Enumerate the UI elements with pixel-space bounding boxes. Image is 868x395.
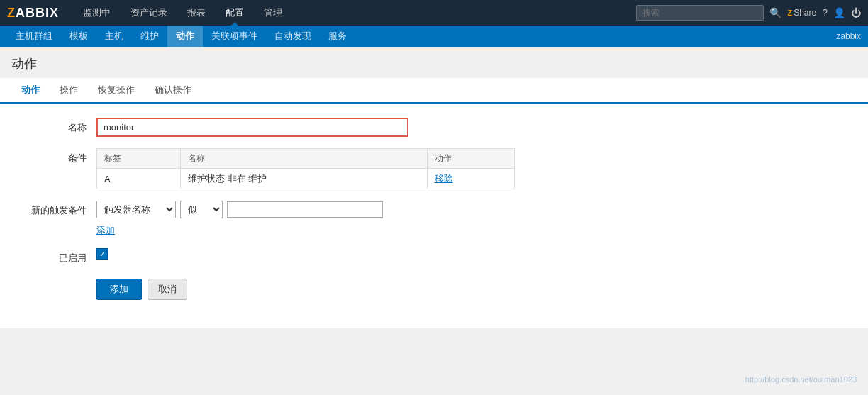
action-buttons-row: 添加 取消 (11, 276, 857, 300)
page-title: 动作 (0, 47, 868, 78)
tab-acknowledge[interactable]: 确认操作 (145, 78, 201, 104)
name-row: 名称 (11, 118, 857, 137)
conditions-table: 标签 名称 动作 A 维护状态 非在 维护 移除 (96, 148, 515, 189)
tab-actions[interactable]: 动作 (11, 78, 50, 104)
new-trigger-row: 新的触发条件 触发器名称 触发器优先级 主机 主机群组 似 不似 等于 (11, 201, 857, 237)
top-navbar: ZABBIX 监测中 资产记录 报表 配置 管理 🔍 Z Share ? 👤 ⏻ (0, 0, 868, 26)
checkmark-icon: ✓ (99, 250, 106, 259)
add-condition-link[interactable]: 添加 (96, 225, 115, 235)
name-input[interactable] (96, 118, 408, 137)
tab-recovery[interactable]: 恢复操作 (88, 78, 145, 104)
subnav-host-groups[interactable]: 主机群组 (7, 26, 61, 47)
enabled-checkbox-wrapper: ✓ (96, 248, 857, 260)
table-row: A 维护状态 非在 维护 移除 (97, 169, 515, 189)
enabled-row: 已启用 ✓ (11, 248, 857, 265)
nav-monitor[interactable]: 监测中 (73, 0, 121, 26)
buttons-spacer (11, 276, 96, 279)
subnav-hosts[interactable]: 主机 (96, 26, 132, 47)
submit-button[interactable]: 添加 (96, 279, 142, 300)
tab-bar: 动作 操作 恢复操作 确认操作 (0, 78, 868, 104)
trigger-controls: 触发器名称 触发器优先级 主机 主机群组 似 不似 等于 (96, 201, 857, 218)
subnav-discovery[interactable]: 自动发现 (266, 26, 320, 47)
tab-operations[interactable]: 操作 (50, 78, 88, 104)
enabled-label: 已启用 (11, 248, 96, 265)
condition-operator-select[interactable]: 似 不似 等于 (180, 201, 223, 218)
subnav-services[interactable]: 服务 (320, 26, 355, 47)
sub-navbar: 主机群组 模板 主机 维护 动作 关联项事件 自动发现 服务 zabbix (0, 26, 868, 47)
page-content: 动作 动作 操作 恢复操作 确认操作 名称 条件 标签 名称 (0, 47, 868, 328)
add-condition-wrapper: 添加 (96, 224, 857, 237)
nav-admin[interactable]: 管理 (254, 0, 292, 26)
cancel-button[interactable]: 取消 (148, 279, 187, 300)
condition-tag: A (97, 169, 181, 189)
col-header-tag: 标签 (97, 149, 181, 169)
nav-config[interactable]: 配置 (216, 0, 254, 26)
logo: ZABBIX (7, 6, 59, 21)
subnav-event-correlation[interactable]: 关联项事件 (203, 26, 266, 47)
enabled-checkbox[interactable]: ✓ (96, 248, 108, 260)
col-header-action: 动作 (427, 149, 514, 169)
new-trigger-field: 触发器名称 触发器优先级 主机 主机群组 似 不似 等于 添加 (96, 201, 857, 237)
nav-assets[interactable]: 资产记录 (121, 0, 177, 26)
enabled-field: ✓ (96, 248, 857, 260)
top-nav-right: 🔍 Z Share ? 👤 ⏻ (636, 5, 861, 21)
trigger-value-input[interactable] (227, 201, 383, 218)
conditions-field: 标签 名称 动作 A 维护状态 非在 维护 移除 (96, 148, 857, 189)
action-buttons: 添加 取消 (96, 279, 857, 300)
help-icon[interactable]: ? (822, 7, 828, 18)
sub-nav-user: zabbix (836, 31, 861, 41)
remove-condition-link[interactable]: 移除 (435, 173, 453, 184)
conditions-label: 条件 (11, 148, 96, 165)
share-z-icon: Z (787, 9, 792, 17)
top-nav-items: 监测中 资产记录 报表 配置 管理 (73, 0, 636, 26)
new-trigger-label: 新的触发条件 (11, 201, 96, 217)
name-label: 名称 (11, 118, 96, 134)
share-label: Share (794, 8, 816, 18)
subnav-actions[interactable]: 动作 (167, 26, 203, 47)
subnav-maintenance[interactable]: 维护 (132, 26, 167, 47)
buttons-field: 添加 取消 (96, 276, 857, 300)
search-icon[interactable]: 🔍 (769, 7, 781, 18)
trigger-type-select[interactable]: 触发器名称 触发器优先级 主机 主机群组 (96, 201, 176, 218)
col-header-name: 名称 (181, 149, 427, 169)
nav-reports[interactable]: 报表 (177, 0, 216, 26)
logout-icon[interactable]: ⏻ (851, 7, 861, 18)
search-input[interactable] (636, 5, 764, 21)
condition-name: 维护状态 非在 维护 (181, 169, 427, 189)
share-button[interactable]: Z Share (787, 8, 816, 18)
name-field (96, 118, 857, 137)
form-area: 名称 条件 标签 名称 动作 (0, 104, 868, 328)
subnav-templates[interactable]: 模板 (61, 26, 96, 47)
logo-text: ZABBIX (7, 6, 59, 21)
user-icon[interactable]: 👤 (833, 7, 845, 18)
conditions-row: 条件 标签 名称 动作 A 维护状态 非在 维护 移除 (11, 148, 857, 189)
